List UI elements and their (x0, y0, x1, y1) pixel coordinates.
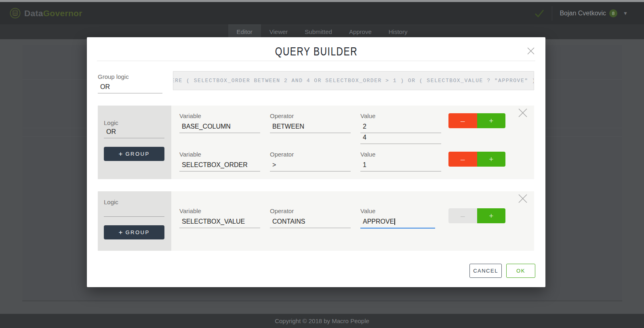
value-label: Value (360, 112, 441, 119)
add-condition-button[interactable]: + (477, 208, 506, 223)
plus-icon: + (489, 116, 493, 125)
user-name: Bojan Cvetkovic (560, 10, 606, 17)
plus-icon: + (118, 150, 122, 158)
group-1-logic-panel: Logic OR + GROUP (98, 106, 171, 179)
condition-group-1: Logic OR + GROUP Variable BASE_COLUMN Op… (98, 106, 534, 179)
variable-input[interactable]: SELECTBOX_VALUE (179, 216, 260, 228)
brand-part2: Governor (43, 8, 82, 18)
condition-row: Variable SELECTBOX_VALUE Operator CONTAI… (179, 191, 534, 229)
close-icon[interactable] (527, 47, 535, 55)
operator-label: Operator (270, 207, 351, 214)
condition-group-2: Logic + GROUP Variable SELECTBOX_VALUE O… (98, 191, 534, 251)
footer: Copyright © 2018 by Macro People (0, 314, 644, 328)
plus-icon: + (118, 229, 122, 237)
chevron-down-icon: ▼ (623, 11, 628, 16)
variable-label: Variable (179, 112, 260, 119)
remove-condition-button-disabled: – (448, 208, 477, 223)
group-button-label: GROUP (125, 151, 149, 157)
operator-label: Operator (270, 151, 351, 158)
logic-label: Logic (104, 199, 165, 205)
group-close-icon[interactable] (518, 193, 528, 204)
variable-label: Variable (179, 151, 260, 158)
brand-name: DataGovernor (24, 8, 82, 18)
brand-part1: Data (24, 8, 43, 18)
user-badge: 8 (609, 9, 617, 17)
user-menu[interactable]: Bojan Cvetkovic 8 ▼ (560, 9, 628, 17)
group-button-label: GROUP (125, 229, 149, 235)
database-logo-icon (10, 8, 21, 19)
operator-input[interactable]: BETWEEN (270, 121, 351, 133)
group-1-logic-input[interactable]: OR (104, 126, 164, 138)
value-label: Value (360, 207, 441, 214)
ok-button[interactable]: OK (506, 264, 535, 278)
variable-label: Variable (179, 207, 260, 214)
logic-label: Logic (104, 119, 165, 126)
operator-input[interactable]: CONTAINS (270, 216, 351, 228)
cancel-button[interactable]: CANCEL (469, 264, 502, 278)
condition-row: Variable BASE_COLUMN Operator BETWEEN Va… (179, 106, 534, 144)
add-group-button[interactable]: + GROUP (104, 147, 164, 161)
minus-icon: – (461, 116, 465, 125)
remove-condition-button[interactable]: – (448, 152, 477, 167)
value-label: Value (360, 151, 441, 158)
add-group-button[interactable]: + GROUP (104, 225, 164, 239)
query-preview: WHERE ( SELECTBOX_ORDER BETWEEN 2 AND 4 … (173, 71, 534, 90)
operator-label: Operator (270, 112, 351, 119)
group-logic-input[interactable]: OR (98, 81, 162, 93)
header-divider (552, 6, 552, 21)
value-input-2[interactable]: 4 (360, 133, 441, 144)
minus-icon: – (461, 212, 465, 220)
copyright-text: Copyright © 2018 by Macro People (275, 317, 369, 324)
add-condition-button[interactable]: + (477, 152, 506, 167)
text-caret (394, 218, 395, 225)
remove-condition-button[interactable]: – (448, 113, 477, 128)
title-divider (97, 61, 535, 61)
group-logic-label: Group logic (98, 73, 173, 80)
variable-input[interactable]: SELECTBOX_ORDER (179, 159, 260, 171)
add-condition-button[interactable]: + (477, 113, 506, 128)
app-header: DataGovernor Bojan Cvetkovic 8 ▼ (0, 2, 644, 24)
group-close-icon[interactable] (518, 108, 528, 118)
minus-icon: – (461, 155, 465, 164)
plus-icon: + (489, 212, 493, 220)
brand[interactable]: DataGovernor (10, 8, 82, 19)
condition-row: Variable SELECTBOX_ORDER Operator > Valu… (179, 151, 534, 171)
variable-input[interactable]: BASE_COLUMN (179, 121, 260, 133)
check-icon[interactable] (534, 9, 545, 18)
value-input-focused[interactable]: APPROVE (360, 216, 435, 229)
value-input-1[interactable]: 1 (360, 159, 441, 171)
value-text: APPROVE (363, 218, 394, 225)
value-input-1[interactable]: 2 (360, 121, 441, 133)
query-builder-modal: QUERY BUILDER Group logic OR WHERE ( SEL… (87, 37, 545, 287)
plus-icon: + (489, 155, 493, 164)
modal-title: QUERY BUILDER (275, 45, 357, 58)
group-2-logic-panel: Logic + GROUP (98, 191, 171, 251)
operator-input[interactable]: > (270, 159, 351, 171)
group-2-logic-input[interactable] (104, 205, 164, 217)
